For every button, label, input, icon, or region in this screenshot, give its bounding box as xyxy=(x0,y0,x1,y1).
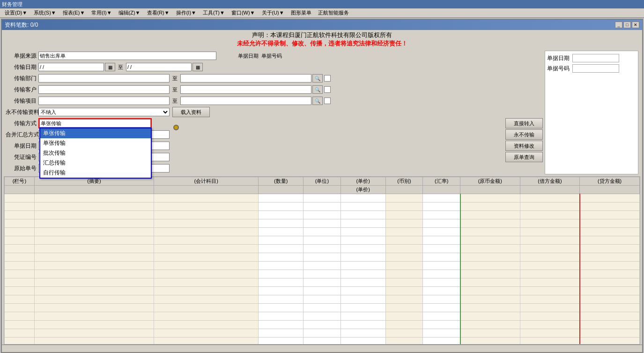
table-cell[interactable] xyxy=(580,203,640,211)
table-cell[interactable] xyxy=(385,253,423,262)
menu-tools[interactable]: 工具(T)▼ xyxy=(200,9,228,17)
maximize-button[interactable]: □ xyxy=(623,22,631,28)
table-cell[interactable] xyxy=(341,329,385,338)
date-from-input[interactable] xyxy=(38,63,104,71)
table-cell[interactable] xyxy=(341,338,385,345)
table-cell[interactable] xyxy=(154,338,259,345)
table-cell[interactable] xyxy=(259,270,303,278)
minimize-button[interactable]: _ xyxy=(615,22,622,28)
table-cell[interactable] xyxy=(154,228,259,236)
close-button[interactable]: ✕ xyxy=(632,22,639,28)
table-cell[interactable] xyxy=(5,203,35,211)
table-cell[interactable] xyxy=(460,262,520,270)
table-cell[interactable] xyxy=(580,338,640,345)
table-cell[interactable] xyxy=(580,329,640,338)
table-cell[interactable] xyxy=(520,295,580,304)
dept-to-input[interactable] xyxy=(180,74,311,83)
table-cell[interactable] xyxy=(580,262,640,270)
table-cell[interactable] xyxy=(341,262,385,270)
table-cell[interactable] xyxy=(303,278,341,287)
table-cell[interactable] xyxy=(341,312,385,321)
table-cell[interactable] xyxy=(5,312,35,321)
table-cell[interactable] xyxy=(580,321,640,329)
table-cell[interactable] xyxy=(460,304,520,312)
table-cell[interactable] xyxy=(259,278,303,287)
table-cell[interactable] xyxy=(460,287,520,295)
table-cell[interactable] xyxy=(303,321,341,329)
project-from-input[interactable] xyxy=(38,97,170,105)
table-cell[interactable] xyxy=(520,278,580,287)
table-cell[interactable] xyxy=(5,228,35,236)
table-cell[interactable] xyxy=(154,312,259,321)
table-cell[interactable] xyxy=(580,194,640,203)
table-cell[interactable] xyxy=(259,219,303,228)
table-cell[interactable] xyxy=(259,338,303,345)
menu-settings[interactable]: 设置(D)▼ xyxy=(2,9,30,17)
table-cell[interactable] xyxy=(385,245,423,253)
table-cell[interactable] xyxy=(580,219,640,228)
table-cell[interactable] xyxy=(423,194,460,203)
table-cell[interactable] xyxy=(303,253,341,262)
table-cell[interactable] xyxy=(520,270,580,278)
table-cell[interactable] xyxy=(5,253,35,262)
dept-checkbox[interactable] xyxy=(324,75,331,82)
table-cell[interactable] xyxy=(303,262,341,270)
table-cell[interactable] xyxy=(154,211,259,219)
table-cell[interactable] xyxy=(5,338,35,345)
table-cell[interactable] xyxy=(34,262,154,270)
table-cell[interactable] xyxy=(34,304,154,312)
table-cell[interactable] xyxy=(423,329,460,338)
table-cell[interactable] xyxy=(341,219,385,228)
table-cell[interactable] xyxy=(154,287,259,295)
table-cell[interactable] xyxy=(460,194,520,203)
table-cell[interactable] xyxy=(423,253,460,262)
table-cell[interactable] xyxy=(385,287,423,295)
table-cell[interactable] xyxy=(385,329,423,338)
right-date-input[interactable] xyxy=(572,54,619,62)
modify-btn[interactable]: 资料修改 xyxy=(505,141,543,151)
dropdown-item-4[interactable]: 自行传输 xyxy=(40,168,151,178)
menu-report[interactable]: 报表(E)▼ xyxy=(60,9,88,17)
table-cell[interactable] xyxy=(259,194,303,203)
table-cell[interactable] xyxy=(423,295,460,304)
table-cell[interactable] xyxy=(460,228,520,236)
table-cell[interactable] xyxy=(385,228,423,236)
customer-search-btn[interactable]: 🔍 xyxy=(312,85,323,94)
project-to-input[interactable] xyxy=(180,97,311,105)
table-cell[interactable] xyxy=(520,219,580,228)
table-cell[interactable] xyxy=(385,338,423,345)
table-cell[interactable] xyxy=(423,278,460,287)
date-to-input[interactable] xyxy=(126,63,192,71)
table-cell[interactable] xyxy=(259,228,303,236)
table-cell[interactable] xyxy=(259,304,303,312)
table-cell[interactable] xyxy=(5,270,35,278)
table-cell[interactable] xyxy=(520,329,580,338)
table-cell[interactable] xyxy=(520,253,580,262)
table-cell[interactable] xyxy=(520,287,580,295)
table-cell[interactable] xyxy=(580,236,640,245)
table-cell[interactable] xyxy=(303,287,341,295)
table-cell[interactable] xyxy=(423,338,460,345)
customer-to-input[interactable] xyxy=(180,85,311,94)
table-cell[interactable] xyxy=(580,270,640,278)
table-cell[interactable] xyxy=(5,321,35,329)
customer-checkbox[interactable] xyxy=(324,86,331,93)
table-cell[interactable] xyxy=(423,219,460,228)
table-cell[interactable] xyxy=(460,236,520,245)
table-cell[interactable] xyxy=(460,245,520,253)
table-cell[interactable] xyxy=(385,211,423,219)
project-checkbox[interactable] xyxy=(324,98,331,104)
dept-from-input[interactable] xyxy=(38,74,170,83)
table-cell[interactable] xyxy=(341,253,385,262)
table-cell[interactable] xyxy=(520,236,580,245)
table-cell[interactable] xyxy=(520,211,580,219)
table-cell[interactable] xyxy=(259,295,303,304)
table-cell[interactable] xyxy=(5,287,35,295)
table-cell[interactable] xyxy=(580,287,640,295)
menu-graphic[interactable]: 图形菜单 xyxy=(288,9,314,17)
table-cell[interactable] xyxy=(385,236,423,245)
table-cell[interactable] xyxy=(423,236,460,245)
table-cell[interactable] xyxy=(154,295,259,304)
table-cell[interactable] xyxy=(303,304,341,312)
table-cell[interactable] xyxy=(520,321,580,329)
